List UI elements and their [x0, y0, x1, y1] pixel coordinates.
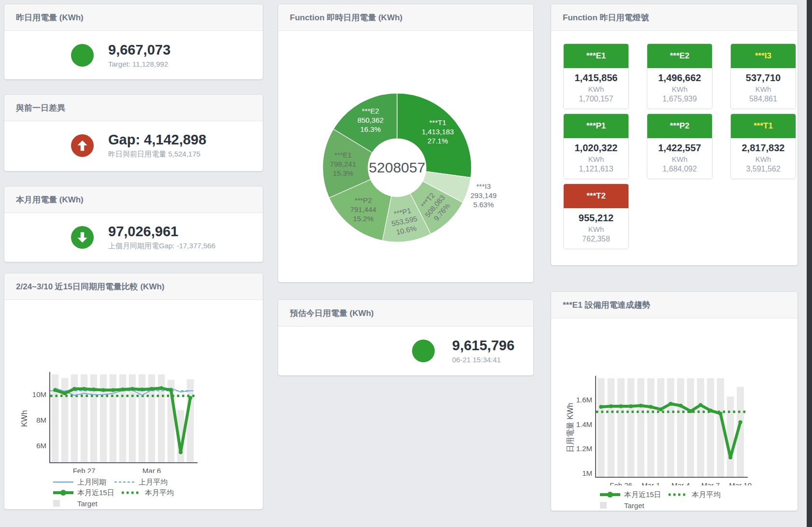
- legend-item[interactable]: 本月近15日: [599, 490, 661, 499]
- card-title: 與前一日差異: [16, 102, 65, 114]
- legend-label: 本月平均: [692, 490, 721, 499]
- tile-target: 584,861: [732, 95, 795, 103]
- tile-value: 1,415,856: [565, 72, 627, 84]
- legend-item[interactable]: Target: [53, 499, 108, 508]
- x-tick-label: Mar 10: [729, 481, 752, 485]
- legend-thickline-icon: [599, 491, 621, 498]
- target-bar: [687, 378, 694, 477]
- x-tick-label: Mar 1: [641, 481, 660, 485]
- compare-chart[interactable]: 6M8M10MFeb 27Mar 6KWh: [4, 300, 263, 473]
- tile-target: 762,358: [565, 235, 627, 243]
- tile-unit: KWh: [732, 155, 795, 163]
- stat-value: 9,667,073: [108, 42, 171, 58]
- y-tick-label: 10M: [32, 390, 46, 399]
- tile-header: ***I3: [731, 44, 796, 68]
- compare-chart-legend: 上月同期上月平均本月近15日本月平均Target: [53, 477, 263, 509]
- legend-label: Target: [624, 501, 644, 510]
- tile-body: 1,422,557KWh1,684,092: [647, 138, 712, 179]
- stat-subtitle: 昨日與前日用電量 5,524,175: [108, 150, 206, 159]
- tile-unit: KWh: [565, 225, 627, 233]
- legend-dotted-icon: [667, 491, 688, 498]
- card-header: 與前一日差異: [4, 95, 263, 121]
- target-bar: [187, 379, 194, 463]
- x-tick-label: Mar 7: [701, 481, 720, 485]
- legend-thickline-icon: [53, 489, 74, 496]
- y-axis-label: KWh: [20, 410, 28, 427]
- card-compare-chart: 2/24~3/10 近15日同期用電量比較 (KWh) 6M8M10MFeb 2…: [4, 273, 263, 510]
- green-circle-icon: [71, 44, 94, 67]
- status-tile: ***P11,020,322KWh1,121,613: [563, 114, 629, 179]
- tile-unit: KWh: [732, 85, 795, 93]
- target-bar: [617, 378, 625, 477]
- tile-header: ***P2: [647, 114, 712, 138]
- card-title: 昨日用電量 (KWh): [16, 12, 84, 23]
- y-tick-label: 6M: [36, 442, 46, 450]
- trend-chart-legend: 本月近15日本月平均Target: [599, 489, 798, 511]
- legend-item[interactable]: 上月平均: [114, 478, 170, 487]
- tile-target: 1,675,939: [648, 95, 711, 103]
- status-tile: ***T12,817,832KWh3,591,562: [730, 114, 796, 179]
- status-tile: ***T2955,212KWh762,358: [563, 184, 629, 249]
- arrow-down-icon: [71, 226, 94, 249]
- card-header: 預估今日用電量 (KWh): [278, 300, 533, 327]
- scrollbar[interactable]: [807, 0, 812, 527]
- tile-unit: KWh: [648, 85, 711, 93]
- card-title: Function 昨日用電燈號: [563, 12, 649, 23]
- legend-item[interactable]: 本月平均: [667, 490, 723, 499]
- legend-item[interactable]: 本月近15日: [53, 488, 114, 498]
- stat-text: Gap: 4,142,898 昨日與前日用電量 5,524,175: [108, 132, 206, 158]
- tile-value: 537,710: [732, 72, 795, 84]
- stat-body: 97,026,961 上個月同期用電Gap: -17,377,566: [4, 213, 263, 261]
- stat-body: 9,615,796 06-21 15:34:41: [278, 327, 533, 375]
- x-tick-label: Mar 6: [142, 467, 161, 473]
- stat-subtitle: 06-21 15:34:41: [452, 356, 514, 364]
- legend-item[interactable]: Target: [599, 501, 655, 510]
- target-bar: [627, 378, 635, 477]
- target-bar: [727, 397, 734, 477]
- stat-body: Gap: 4,142,898 昨日與前日用電量 5,524,175: [4, 121, 263, 170]
- stat-subtitle: 上個月同期用電Gap: -17,377,566: [108, 242, 215, 251]
- trend-chart[interactable]: 1M1.2M1.4M1.6MFeb 26Mar 1Mar 4Mar 7Mar 1…: [551, 318, 798, 485]
- legend-label: 本月近15日: [77, 488, 114, 498]
- legend-row: 本月近15日本月平均: [599, 489, 798, 500]
- card-header: 昨日用電量 (KWh): [4, 4, 263, 31]
- tile-value: 955,212: [565, 213, 627, 224]
- donut-center-label: 5208057: [369, 159, 426, 175]
- tile-value: 1,020,322: [565, 142, 627, 154]
- card-title: 預估今日用電量 (KWh): [290, 308, 374, 319]
- target-bar: [637, 378, 644, 477]
- tile-target: 1,121,613: [565, 165, 627, 173]
- stat-value: Gap: 4,142,898: [108, 132, 206, 148]
- tile-unit: KWh: [565, 85, 627, 93]
- tile-header: ***E1: [564, 44, 628, 68]
- legend-row: Target: [53, 498, 263, 509]
- tile-value: 1,496,662: [648, 72, 711, 84]
- y-axis-label: 日用電量 KWh: [566, 403, 574, 453]
- tile-body: 1,496,662KWh1,675,939: [647, 68, 712, 109]
- legend-item[interactable]: 本月平均: [120, 488, 176, 498]
- donut-chart[interactable]: ***T11,413,18327.1%***I3293,1495.63%***T…: [278, 31, 533, 280]
- tile-body: 537,710KWh584,861: [731, 68, 796, 109]
- target-bar: [657, 378, 665, 477]
- legend-dotted-icon: [120, 489, 142, 496]
- column-left: 昨日用電量 (KWh) 9,667,073 Target: 11,128,992…: [4, 4, 263, 510]
- tile-value: 2,817,832: [732, 142, 795, 154]
- tile-header: ***E2: [647, 44, 712, 68]
- arrow-up-icon: [71, 134, 94, 157]
- tile-value: 1,422,557: [648, 142, 711, 154]
- x-tick-label: Mar 4: [671, 481, 690, 485]
- tile-target: 1,684,092: [648, 165, 711, 173]
- card-title: 2/24~3/10 近15日同期用電量比較 (KWh): [16, 281, 165, 292]
- y-tick-label: 1M: [582, 469, 592, 477]
- tile-header: ***T2: [564, 184, 628, 208]
- target-bar: [608, 378, 615, 477]
- x-tick-label: Feb 26: [610, 481, 632, 485]
- stat-value: 9,615,796: [452, 338, 514, 354]
- legend-item[interactable]: 上月同期: [53, 478, 108, 487]
- stat-text: 9,615,796 06-21 15:34:41: [452, 338, 514, 363]
- target-bar: [647, 378, 655, 477]
- card-title: ***E1 設備用電達成趨勢: [563, 299, 650, 311]
- tile-header: ***T1: [731, 114, 796, 138]
- legend-dash-icon: [114, 479, 135, 485]
- tile-target: 3,591,562: [732, 165, 795, 173]
